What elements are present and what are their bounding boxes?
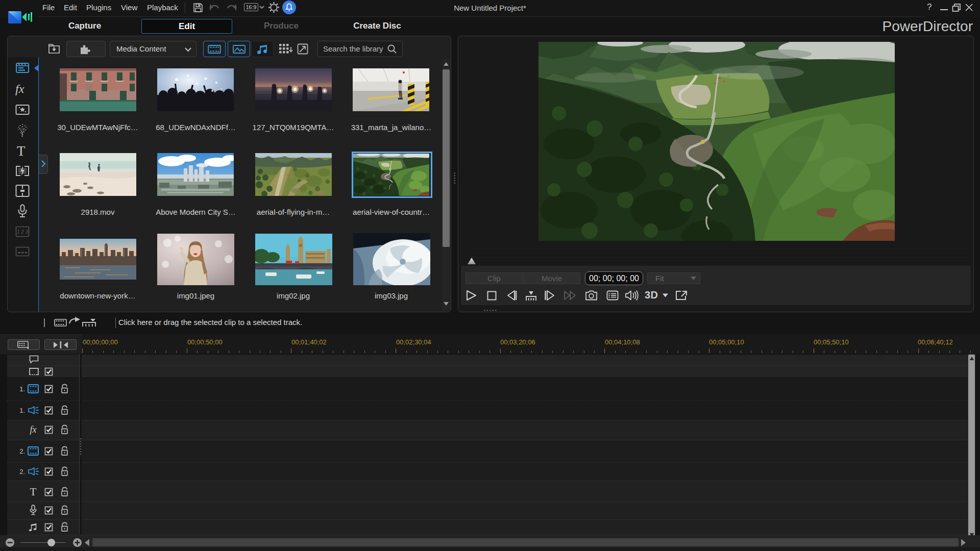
svg-text:1 2 3: 1 2 3	[17, 229, 29, 235]
